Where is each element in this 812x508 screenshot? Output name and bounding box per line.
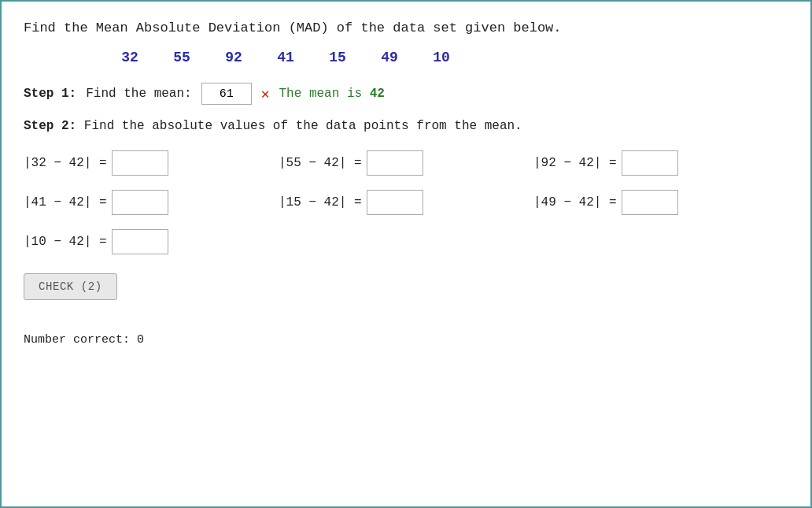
abs-empty-2 [533, 229, 788, 254]
abs-grid: |32 − 42| = |55 − 42| = |92 − 42| = |41 … [24, 150, 788, 254]
step1-label: Step 1: [24, 87, 76, 101]
data-value-7: 10 [430, 50, 453, 65]
abs-expr-55: |55 − 42| = [279, 156, 362, 170]
abs-input-55[interactable] [367, 150, 423, 176]
wrong-icon: ✕ [261, 85, 270, 102]
data-value-2: 55 [170, 50, 194, 65]
dataset-row: 32 55 92 41 15 49 10 [118, 50, 788, 65]
abs-expr-10: |10 − 42| = [24, 235, 107, 249]
abs-empty-1 [279, 229, 533, 254]
abs-row-92: |92 − 42| = [533, 150, 788, 176]
abs-expr-15: |15 − 42| = [279, 195, 362, 210]
abs-row-49: |49 − 42| = [533, 190, 788, 215]
check-button[interactable]: CHECK (2) [24, 273, 117, 300]
mean-hint-bold: 42 [370, 87, 385, 101]
data-value-3: 92 [222, 50, 245, 65]
mean-hint-text: The mean is [279, 87, 369, 101]
abs-input-41[interactable] [112, 190, 168, 215]
data-value-5: 15 [326, 50, 349, 65]
abs-row-55: |55 − 42| = [279, 150, 533, 176]
abs-input-15[interactable] [367, 190, 423, 215]
step2-label: Step 2: [24, 119, 76, 133]
abs-input-92[interactable] [622, 150, 678, 176]
problem-title: Find the Mean Absolute Deviation (MAD) o… [24, 20, 788, 35]
step1-row: Step 1: Find the mean: ✕ The mean is 42 [24, 83, 788, 105]
abs-input-32[interactable] [112, 150, 168, 176]
abs-expr-41: |41 − 42| = [24, 195, 107, 210]
abs-expr-49: |49 − 42| = [533, 195, 617, 210]
abs-input-10[interactable] [112, 229, 168, 254]
data-value-1: 32 [118, 50, 142, 65]
step2-text: Find the absolute values of the data poi… [84, 119, 522, 133]
data-value-4: 41 [274, 50, 297, 65]
data-value-6: 49 [378, 50, 401, 65]
mean-input[interactable] [201, 83, 252, 105]
abs-expr-92: |92 − 42| = [533, 156, 617, 170]
abs-row-32: |32 − 42| = [24, 150, 279, 176]
number-correct: Number correct: 0 [24, 333, 788, 347]
step1-text: Find the mean: [86, 87, 191, 101]
main-container: Find the Mean Absolute Deviation (MAD) o… [0, 0, 812, 508]
abs-expr-32: |32 − 42| = [24, 156, 107, 170]
abs-row-10: |10 − 42| = [24, 229, 279, 254]
step2-row: Step 2: Find the absolute values of the … [24, 119, 788, 133]
mean-hint: The mean is 42 [279, 87, 384, 101]
abs-row-15: |15 − 42| = [279, 190, 533, 215]
abs-row-41: |41 − 42| = [24, 190, 279, 215]
abs-input-49[interactable] [622, 190, 678, 215]
